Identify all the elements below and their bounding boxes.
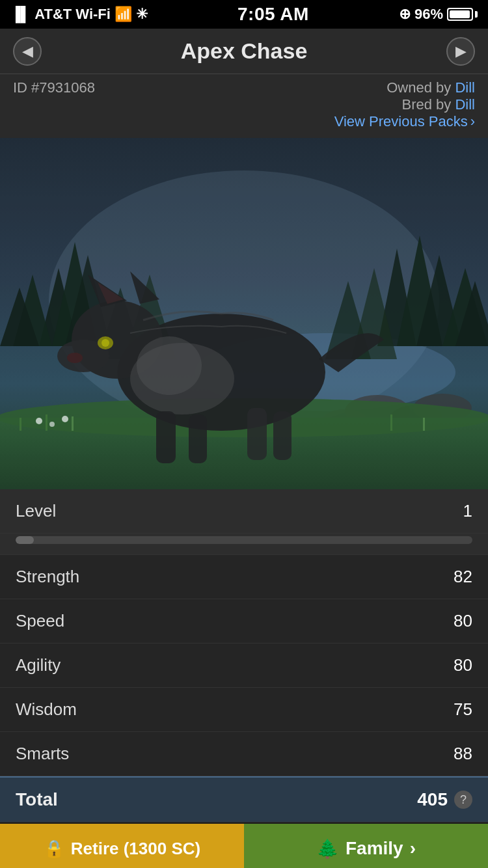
bred-by-line: Bred by Dill — [334, 96, 475, 113]
right-arrow-icon: ▶ — [455, 43, 467, 60]
info-bar: ID #7931068 Owned by Dill Bred by Dill V… — [0, 74, 488, 138]
retire-lock-icon: 🔒 — [44, 839, 64, 859]
battery-percent-text: 96% — [414, 6, 443, 23]
owner-name[interactable]: Dill — [455, 79, 475, 96]
total-row: Total 405 ? — [0, 776, 488, 822]
wisdom-label: Wisdom — [16, 699, 77, 720]
carrier-text: AT&T Wi-Fi — [34, 6, 111, 23]
wolf-name-title: Apex Chase — [42, 38, 446, 64]
total-info-button[interactable]: ? — [454, 791, 472, 809]
level-bar — [16, 536, 472, 544]
total-value: 405 — [417, 789, 448, 810]
level-row: Level 1 — [0, 489, 488, 534]
retire-button[interactable]: 🔒 Retire (1300 SC) — [0, 824, 244, 868]
agility-label: Agility — [16, 655, 61, 675]
screen-record-icon: ⊕ — [399, 6, 411, 23]
family-button[interactable]: 🌲 Family › — [244, 824, 488, 868]
level-value: 1 — [463, 501, 472, 521]
owned-by-label: Owned by — [386, 79, 451, 96]
bred-by-name[interactable]: Dill — [455, 96, 475, 113]
question-mark-icon: ? — [460, 793, 467, 807]
header: ◀ Apex Chase ▶ — [0, 29, 488, 74]
owned-by-line: Owned by Dill — [334, 79, 475, 96]
view-packs-text: View Previous Packs — [334, 113, 468, 130]
smarts-value: 88 — [454, 744, 472, 764]
status-right: ⊕ 96% — [399, 6, 478, 23]
status-bar: ▐▌ AT&T Wi-Fi 📶 ✳ 7:05 AM ⊕ 96% — [0, 0, 488, 29]
wifi-icon: 📶 — [115, 6, 132, 23]
stat-row-speed: Speed 80 — [0, 599, 488, 644]
left-arrow-icon: ◀ — [22, 43, 33, 60]
stat-row-smarts: Smarts 88 — [0, 732, 488, 776]
smarts-label: Smarts — [16, 744, 69, 764]
ownership-block: Owned by Dill Bred by Dill View Previous… — [334, 79, 475, 130]
wolf-image-container — [0, 138, 488, 489]
wolf-id: ID #7931068 — [13, 79, 95, 96]
strength-label: Strength — [16, 567, 79, 587]
level-bar-fill — [16, 536, 34, 544]
prev-arrow-button[interactable]: ◀ — [13, 37, 42, 66]
chevron-right-icon: › — [470, 113, 475, 130]
stat-row-wisdom: Wisdom 75 — [0, 688, 488, 732]
status-left: ▐▌ AT&T Wi-Fi 📶 ✳ — [10, 6, 148, 23]
tree-background — [0, 138, 488, 489]
family-label: Family — [346, 838, 403, 859]
stat-row-agility: Agility 80 — [0, 644, 488, 688]
battery-icon — [447, 8, 478, 21]
total-label: Total — [16, 789, 58, 810]
level-bar-container — [0, 534, 488, 555]
agility-value: 80 — [454, 655, 472, 675]
level-label: Level — [16, 501, 56, 521]
status-time: 7:05 AM — [237, 4, 309, 25]
family-chevron-icon: › — [410, 838, 416, 859]
next-arrow-button[interactable]: ▶ — [446, 37, 475, 66]
view-previous-packs-link[interactable]: View Previous Packs › — [334, 113, 475, 130]
stats-section: Level 1 Strength 82 Speed 80 Agility 80 … — [0, 489, 488, 822]
signal-bars: ▐▌ — [10, 6, 31, 23]
speed-label: Speed — [16, 611, 64, 631]
retire-label: Retire (1300 SC) — [71, 839, 200, 859]
bred-by-label: Bred by — [401, 96, 451, 113]
bottom-buttons: 🔒 Retire (1300 SC) 🌲 Family › — [0, 824, 488, 868]
activity-icon: ✳ — [136, 6, 148, 23]
stat-row-strength: Strength 82 — [0, 555, 488, 599]
total-value-container: 405 ? — [417, 789, 472, 810]
svg-rect-46 — [0, 138, 488, 489]
wisdom-value: 75 — [454, 699, 472, 720]
speed-value: 80 — [454, 611, 472, 631]
family-tree-icon: 🌲 — [316, 838, 339, 860]
strength-value: 82 — [454, 567, 472, 587]
